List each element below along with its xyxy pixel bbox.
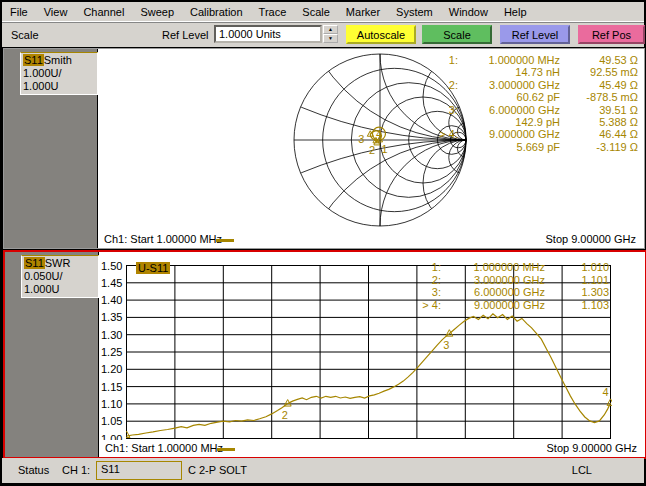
lcl-mode-indicator: LCL (572, 464, 592, 476)
menu-item-view[interactable]: View (36, 4, 76, 20)
marker-value: 45.49 Ω (560, 79, 638, 91)
trace-status-column-smith: S11Smith 1.000U/ 1.000U (4, 49, 98, 248)
marker-label: 1 (382, 143, 388, 155)
marker-stimulus: 5.669 pF (458, 141, 560, 153)
menu-item-system[interactable]: System (388, 4, 441, 20)
swr-sweep-strip: Ch1: Start 1.00000 MHz Stop 9.00000 GHz (99, 440, 645, 457)
marker-readout-row: > 4:9.000000 GHz46.44 Ω (424, 128, 638, 140)
trace-status-column-swr: S11SWR 0.050U/ 1.000U (5, 252, 99, 457)
y-axis-tick-label: 1.30 (101, 329, 125, 341)
y-axis-tick-label: 1.05 (101, 415, 125, 427)
marker-stimulus: 1.000000 MHz (441, 261, 545, 274)
marker-label: 4 (603, 386, 609, 398)
marker-number: 1: (424, 54, 458, 66)
sweep-stop-label: Stop 9.00000 GHz (545, 233, 636, 245)
y-axis-tick-label: 1.20 (101, 363, 125, 375)
trace-info-box-smith[interactable]: S11Smith 1.000U/ 1.000U (20, 52, 98, 95)
vna-application-window: FileViewChannelSweepCalibrationTraceScal… (0, 0, 646, 486)
sweep-start-label: Ch1: Start 1.00000 MHz (105, 442, 223, 454)
sweep-stop-label: Stop 9.00000 GHz (546, 442, 637, 454)
marker-stimulus: 142.9 pH (458, 116, 560, 128)
marker-readout-row: 3:6.000000 GHz39.51 Ω (424, 104, 638, 116)
menu-item-channel[interactable]: Channel (75, 4, 132, 20)
calibration-status: C 2-P SOLT (188, 464, 247, 476)
marker-readout-row: 2:3.000000 GHz1.101 (405, 274, 609, 287)
y-axis-tick-label: 1.50 (101, 260, 125, 272)
marker-number (424, 141, 458, 153)
sweep-indicator (217, 448, 235, 451)
marker-value: -3.119 Ω (560, 141, 638, 153)
menu-item-marker[interactable]: Marker (338, 4, 388, 20)
marker-stimulus: 9.000000 GHz (441, 299, 545, 312)
marker-label: 3 (358, 133, 364, 145)
menu-item-sweep[interactable]: Sweep (132, 4, 182, 20)
y-axis-tick-label: 1.15 (101, 381, 125, 393)
trace-scale-value: 1.000U/ (23, 67, 95, 80)
marker-number: 1: (405, 261, 441, 274)
spinner-up-icon[interactable]: ▲ (323, 25, 338, 34)
menu-item-calibration[interactable]: Calibration (182, 4, 251, 20)
marker-value: 1.010 (545, 261, 609, 274)
marker-stimulus: 6.000000 GHz (441, 286, 545, 299)
marker-number: 3: (424, 104, 458, 116)
ref-pos-button[interactable]: Ref Pos (578, 25, 645, 44)
marker-number: > 4: (405, 299, 441, 312)
smith-marker-readout: 1:1.000000 MHz49.53 Ω14.73 nH92.55 mΩ2:3… (424, 54, 638, 153)
softkey-toolbar: Scale Ref Level ▲ ▼ AutoscaleScaleRef Le… (2, 22, 644, 47)
autoscale-button[interactable]: Autoscale (346, 25, 416, 44)
marker-number: 2: (424, 79, 458, 91)
marker-label: 3 (443, 339, 449, 351)
trace-parameter-badge[interactable]: S11 (24, 257, 45, 269)
menu-item-scale[interactable]: Scale (294, 4, 338, 20)
marker-number: > 4: (424, 128, 458, 140)
marker-readout-row: 60.62 pF-878.5 mΩ (424, 91, 638, 103)
menu-item-window[interactable]: Window (441, 4, 496, 20)
marker-readout-row: > 4:9.000000 GHz1.103 (405, 299, 609, 312)
menu-item-file[interactable]: File (2, 4, 36, 20)
ref-level-button[interactable]: Ref Level (500, 25, 570, 44)
active-trace-field[interactable]: S11 (96, 461, 182, 480)
marker-value: 5.388 Ω (560, 116, 638, 128)
marker-stimulus: 1.000000 MHz (458, 54, 560, 66)
marker-value: 49.53 Ω (560, 54, 638, 66)
marker-readout-row: 3:6.000000 GHz1.303 (405, 286, 609, 299)
marker-value: 92.55 mΩ (560, 66, 638, 78)
marker-number: 3: (405, 286, 441, 299)
marker-stimulus: 9.000000 GHz (458, 128, 560, 140)
y-axis-tick-label: 1.40 (101, 294, 125, 306)
sweep-start-label: Ch1: Start 1.00000 MHz (104, 233, 222, 245)
marker-value: -878.5 mΩ (560, 91, 638, 103)
marker-number (424, 66, 458, 78)
status-label: Status (18, 464, 49, 476)
y-axis-tick-label: 1.35 (101, 311, 125, 323)
marker-number (424, 116, 458, 128)
marker-readout-row: 2:3.000000 GHz45.49 Ω (424, 79, 638, 91)
marker-value: 1.303 (545, 286, 609, 299)
smith-sweep-strip: Ch1: Start 1.00000 MHz Stop 9.00000 GHz (98, 231, 644, 248)
menu-item-trace[interactable]: Trace (251, 4, 295, 20)
trace-parameter-badge[interactable]: S11 (23, 54, 44, 66)
trace-format-label: Smith (44, 54, 72, 66)
marker-readout-row: 142.9 pH5.388 Ω (424, 116, 638, 128)
marker-number (424, 91, 458, 103)
channel-label: CH 1: (62, 464, 90, 476)
channel-window-swr: S11SWR 0.050U/ 1.000U 1.501.451.401.351.… (3, 250, 646, 459)
spinner-down-icon[interactable]: ▼ (323, 34, 338, 43)
channel-window-smith: S11Smith 1.000U/ 1.000U 1234 1:1.000000 … (3, 48, 645, 249)
trace-ref-value: 1.000U (23, 80, 95, 93)
ref-level-input[interactable] (214, 25, 322, 43)
ref-level-label: Ref Level (162, 29, 208, 41)
menu-item-help[interactable]: Help (496, 4, 535, 20)
marker-stimulus: 6.000000 GHz (458, 104, 560, 116)
marker-value: 1.103 (545, 299, 609, 312)
y-axis-tick-label: 1.10 (101, 398, 125, 410)
ref-level-spinner: ▲ ▼ (323, 25, 338, 43)
marker-value: 1.101 (545, 274, 609, 287)
trace-format-label: SWR (45, 257, 71, 269)
scale-button[interactable]: Scale (422, 25, 492, 44)
marker-label: 2 (369, 144, 375, 156)
series-label[interactable]: U-S11 (136, 262, 170, 274)
trace-ref-value: 1.000U (24, 283, 96, 296)
trace-info-box-swr[interactable]: S11SWR 0.050U/ 1.000U (21, 255, 99, 298)
y-axis-tick-label: 1.45 (101, 277, 125, 289)
